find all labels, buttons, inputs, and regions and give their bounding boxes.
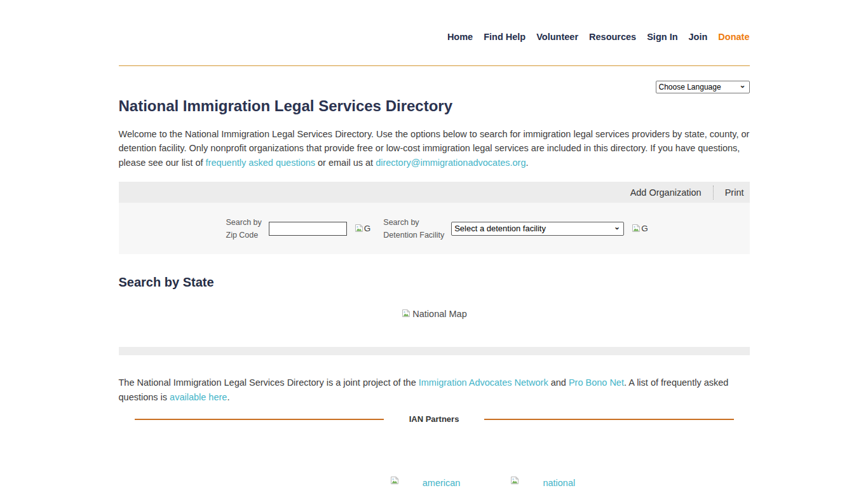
footer-text-1: The National Immigration Legal Services … [119,377,419,388]
section-divider-bar [119,347,750,355]
ian-divider-line-left [135,419,384,420]
ian-link[interactable]: Immigration Advocates Network [419,377,548,388]
partner-logo-american[interactable]: american [390,475,461,488]
print-button[interactable]: Print [725,187,744,198]
broken-image-icon [354,223,364,233]
zip-label-line1: Search by [226,216,262,229]
nav-home[interactable]: Home [447,31,473,43]
nav-resources[interactable]: Resources [589,31,636,43]
nav-donate[interactable]: Donate [718,31,749,43]
facility-select-wrap: Select a detention facility [451,222,624,236]
partner-logos-row: american national [215,475,750,488]
page-title: National Immigration Legal Services Dire… [119,97,750,115]
broken-image-icon [401,308,411,318]
nav-join[interactable]: Join [689,31,708,43]
zip-search-label: Search by Zip Code [226,216,262,241]
partner-logo-national[interactable]: national [510,475,575,488]
facility-label-line2: Detention Facility [383,229,444,241]
header-divider [119,65,750,66]
broken-image-icon [631,223,641,233]
zip-label-line2: Zip Code [226,229,262,241]
search-by-state-heading: Search by State [119,274,750,290]
pro-bono-net-link[interactable]: Pro Bono Net [569,377,624,388]
email-link[interactable]: directory@immigrationadvocates.org [376,158,526,168]
facility-search-label: Search by Detention Facility [383,216,444,241]
nav-sign-in[interactable]: Sign In [647,31,677,43]
partner-national-alt-text: national [543,477,575,488]
national-map-alt-text: National Map [412,308,466,320]
national-map-image[interactable]: National Map [401,308,466,320]
zip-go-button[interactable]: G [354,223,371,234]
ian-partners-heading: IAN Partners [384,414,485,424]
language-select[interactable]: Choose Language [656,81,750,93]
partner-american-alt-text: american [423,477,461,488]
language-select-wrap: Choose Language [656,81,750,93]
faq-link[interactable]: frequently asked questions [206,158,316,168]
broken-image-icon [510,475,520,485]
footer-text-2: and [548,377,569,388]
language-row: Choose Language [119,81,750,93]
search-panel: Search by Zip Code G Search by Detention… [119,203,750,254]
intro-paragraph: Welcome to the National Immigration Lega… [119,127,750,170]
national-map-row: National Map [119,308,750,320]
directory-toolbar: Add Organization Print [119,182,750,203]
add-organization-button[interactable]: Add Organization [630,187,702,198]
available-here-link[interactable]: available here [170,392,227,402]
nav-volunteer[interactable]: Volunteer [536,31,578,43]
zip-code-input[interactable] [269,222,347,236]
ian-partners-divider: IAN Partners [119,414,750,424]
broken-image-icon [390,475,400,485]
nav-find-help[interactable]: Find Help [484,31,526,43]
intro-text-3: . [526,158,528,168]
page-container: Home Find Help Volunteer Resources Sign … [119,0,750,488]
intro-text-2: or email us at [315,158,376,168]
facility-go-button[interactable]: G [631,223,648,234]
top-nav: Home Find Help Volunteer Resources Sign … [119,0,750,43]
toolbar-separator [713,186,714,200]
zip-go-alt-text: G [364,223,371,234]
footer-paragraph: The National Immigration Legal Services … [119,376,750,404]
facility-label-line1: Search by [383,216,444,229]
footer-text-4: . [227,392,229,402]
ian-divider-line-right [484,419,733,420]
facility-go-alt-text: G [641,223,648,234]
detention-facility-select[interactable]: Select a detention facility [451,222,624,236]
